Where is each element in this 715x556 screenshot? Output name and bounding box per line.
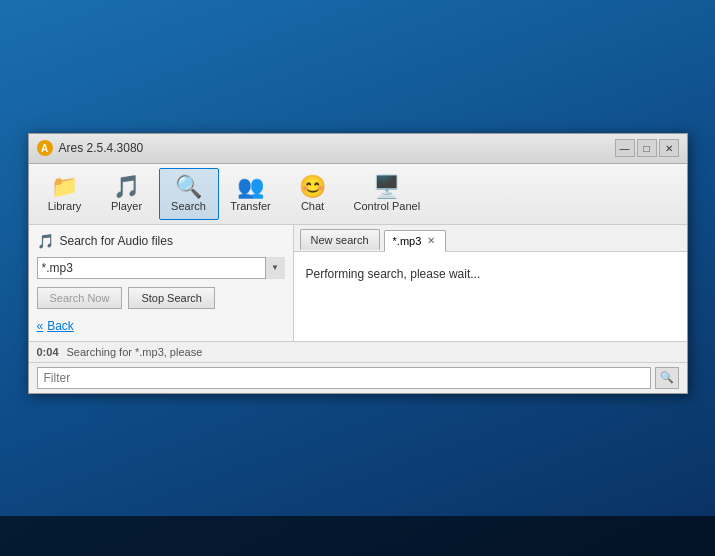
maximize-button[interactable]: □ bbox=[637, 139, 657, 157]
player-icon: 🎵 bbox=[113, 176, 140, 198]
chat-label: Chat bbox=[301, 200, 324, 212]
back-link[interactable]: « Back bbox=[37, 319, 285, 333]
library-label: Library bbox=[48, 200, 82, 212]
toolbar-chat[interactable]: 😊 Chat bbox=[283, 168, 343, 220]
search-now-button[interactable]: Search Now bbox=[37, 287, 123, 309]
panel-title: Search for Audio files bbox=[60, 234, 173, 248]
filter-search-icon: 🔍 bbox=[660, 371, 674, 384]
search-label: Search bbox=[171, 200, 206, 212]
transfer-icon: 👥 bbox=[237, 176, 264, 198]
title-bar: A Ares 2.5.4.3080 — □ ✕ bbox=[29, 134, 687, 164]
toolbar-transfer[interactable]: 👥 Transfer bbox=[221, 168, 281, 220]
panel-header: 🎵 Search for Audio files bbox=[37, 233, 285, 249]
search-tab[interactable]: *.mp3 ✕ bbox=[384, 230, 447, 252]
search-input[interactable] bbox=[37, 257, 285, 279]
tab-label: *.mp3 bbox=[393, 235, 422, 247]
toolbar-library[interactable]: 📁 Library bbox=[35, 168, 95, 220]
back-chevron-icon: « bbox=[37, 319, 44, 333]
transfer-label: Transfer bbox=[230, 200, 271, 212]
toolbar-player[interactable]: 🎵 Player bbox=[97, 168, 157, 220]
main-window: A Ares 2.5.4.3080 — □ ✕ 📁 Library 🎵 Play… bbox=[28, 133, 688, 394]
search-input-container: ▼ bbox=[37, 257, 285, 279]
status-bar: 0:04 Searching for *.mp3, please bbox=[29, 341, 687, 362]
search-icon: 🔍 bbox=[175, 176, 202, 198]
new-search-button[interactable]: New search bbox=[300, 229, 380, 250]
minimize-button[interactable]: — bbox=[615, 139, 635, 157]
audio-icon: 🎵 bbox=[37, 233, 54, 249]
app-icon: A bbox=[37, 140, 53, 156]
filter-search-button[interactable]: 🔍 bbox=[655, 367, 679, 389]
search-results: Performing search, please wait... bbox=[294, 252, 687, 341]
window-controls: — □ ✕ bbox=[615, 139, 679, 157]
player-label: Player bbox=[111, 200, 142, 212]
back-label: Back bbox=[47, 319, 74, 333]
window-title: Ares 2.5.4.3080 bbox=[59, 141, 615, 155]
tabs-row: New search *.mp3 ✕ bbox=[294, 225, 687, 252]
toolbar: 📁 Library 🎵 Player 🔍 Search 👥 Transfer 😊… bbox=[29, 164, 687, 225]
chat-icon: 😊 bbox=[299, 176, 326, 198]
tab-close-icon[interactable]: ✕ bbox=[425, 235, 437, 246]
right-panel: New search *.mp3 ✕ Performing search, pl… bbox=[294, 225, 687, 341]
performing-text: Performing search, please wait... bbox=[306, 267, 481, 281]
filter-bar: 🔍 bbox=[29, 362, 687, 393]
toolbar-search[interactable]: 🔍 Search bbox=[159, 168, 219, 220]
main-content: 🎵 Search for Audio files ▼ Search Now St… bbox=[29, 225, 687, 341]
toolbar-control-panel[interactable]: 🖥️ Control Panel bbox=[345, 168, 430, 220]
filter-input[interactable] bbox=[37, 367, 651, 389]
search-buttons: Search Now Stop Search bbox=[37, 287, 285, 309]
control-panel-icon: 🖥️ bbox=[373, 176, 400, 198]
status-text: Searching for *.mp3, please bbox=[67, 346, 203, 358]
dropdown-arrow[interactable]: ▼ bbox=[265, 257, 285, 279]
close-button[interactable]: ✕ bbox=[659, 139, 679, 157]
library-icon: 📁 bbox=[51, 176, 78, 198]
stop-search-button[interactable]: Stop Search bbox=[128, 287, 215, 309]
control-panel-label: Control Panel bbox=[354, 200, 421, 212]
left-panel: 🎵 Search for Audio files ▼ Search Now St… bbox=[29, 225, 294, 341]
taskbar bbox=[0, 516, 715, 556]
status-time: 0:04 bbox=[37, 346, 59, 358]
